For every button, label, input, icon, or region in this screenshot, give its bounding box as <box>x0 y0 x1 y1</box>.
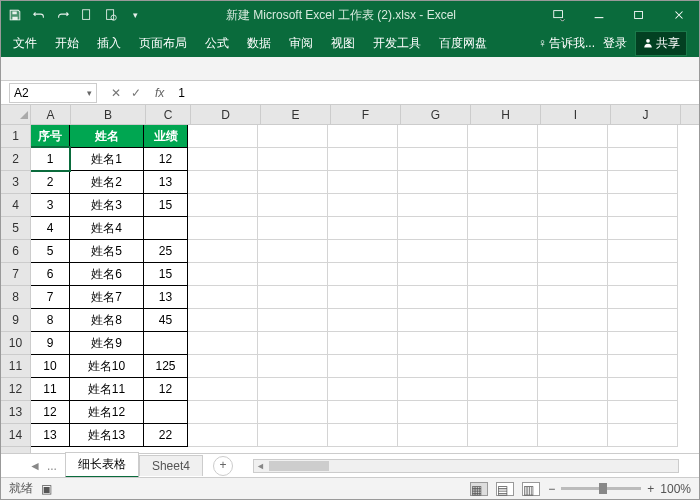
cell[interactable] <box>188 424 258 447</box>
scrollbar-thumb[interactable] <box>269 461 329 471</box>
cell[interactable]: 业绩 <box>143 125 188 148</box>
sheet-nav-prev-icon[interactable]: ◄ <box>29 459 41 473</box>
cell[interactable] <box>328 424 398 447</box>
row-header[interactable]: 2 <box>1 148 30 171</box>
cell[interactable] <box>188 309 258 332</box>
row-header[interactable]: 8 <box>1 286 30 309</box>
cell[interactable]: 15 <box>143 193 188 217</box>
sheet-tab[interactable]: Sheet4 <box>139 455 203 476</box>
cell[interactable]: 姓名7 <box>69 285 144 309</box>
cell[interactable] <box>538 194 608 217</box>
cell[interactable] <box>538 240 608 263</box>
tell-me[interactable]: ♀ 告诉我... <box>538 35 595 52</box>
cell[interactable]: 10 <box>31 354 70 378</box>
cell[interactable]: 12 <box>143 147 188 171</box>
cell[interactable] <box>468 125 538 148</box>
row-header[interactable]: 11 <box>1 355 30 378</box>
cell[interactable]: 45 <box>143 308 188 332</box>
cell[interactable] <box>538 171 608 194</box>
cell[interactable]: 15 <box>143 262 188 286</box>
cell[interactable] <box>468 171 538 194</box>
cell[interactable]: 13 <box>143 170 188 194</box>
scroll-left-icon[interactable]: ◄ <box>254 461 267 471</box>
cell[interactable] <box>398 355 468 378</box>
row-header[interactable]: 14 <box>1 424 30 447</box>
cell[interactable] <box>188 194 258 217</box>
cell[interactable]: 6 <box>31 262 70 286</box>
cell[interactable]: 姓名11 <box>69 377 144 401</box>
cell[interactable] <box>608 148 678 171</box>
cell[interactable] <box>188 332 258 355</box>
cell[interactable] <box>608 217 678 240</box>
cell[interactable] <box>468 240 538 263</box>
cell[interactable] <box>608 125 678 148</box>
page-break-view-icon[interactable]: ▥ <box>522 482 540 496</box>
ribbon-tab-页面布局[interactable]: 页面布局 <box>131 30 195 57</box>
cell[interactable]: 姓名8 <box>69 308 144 332</box>
cell[interactable] <box>538 309 608 332</box>
cell[interactable] <box>468 424 538 447</box>
cell[interactable] <box>328 171 398 194</box>
cell[interactable] <box>143 400 188 424</box>
cell[interactable] <box>398 240 468 263</box>
column-header[interactable]: H <box>471 105 541 124</box>
cell[interactable] <box>328 125 398 148</box>
cell[interactable] <box>608 194 678 217</box>
ribbon-tab-开发工具[interactable]: 开发工具 <box>365 30 429 57</box>
column-header[interactable]: J <box>611 105 681 124</box>
cell[interactable] <box>188 286 258 309</box>
name-box-input[interactable] <box>14 86 64 100</box>
row-header[interactable]: 7 <box>1 263 30 286</box>
new-icon[interactable] <box>79 7 95 23</box>
row-header[interactable]: 3 <box>1 171 30 194</box>
cell[interactable] <box>188 125 258 148</box>
cell[interactable]: 11 <box>31 377 70 401</box>
sheet-tab[interactable]: 细长表格 <box>65 452 139 478</box>
cell[interactable] <box>258 263 328 286</box>
cell[interactable] <box>398 217 468 240</box>
cell[interactable] <box>328 332 398 355</box>
cell[interactable] <box>608 355 678 378</box>
cell[interactable] <box>188 217 258 240</box>
cell[interactable]: 姓名 <box>69 125 144 148</box>
cell[interactable] <box>328 309 398 332</box>
ribbon-tab-开始[interactable]: 开始 <box>47 30 87 57</box>
cell[interactable]: 12 <box>31 400 70 424</box>
cell[interactable]: 姓名10 <box>69 354 144 378</box>
sheet-ellipsis[interactable]: ... <box>47 459 57 473</box>
minimize-icon[interactable] <box>579 1 619 29</box>
cell[interactable]: 25 <box>143 239 188 263</box>
cell[interactable] <box>468 263 538 286</box>
cell[interactable] <box>328 401 398 424</box>
cell[interactable] <box>258 240 328 263</box>
cell[interactable]: 姓名13 <box>69 423 144 447</box>
cell[interactable] <box>328 355 398 378</box>
zoom-in-button[interactable]: + <box>647 482 654 496</box>
cell[interactable]: 2 <box>31 170 70 194</box>
column-header[interactable]: G <box>401 105 471 124</box>
column-header[interactable]: A <box>31 105 71 124</box>
cell[interactable] <box>538 332 608 355</box>
cell[interactable] <box>608 263 678 286</box>
cell[interactable]: 4 <box>31 216 70 240</box>
row-header[interactable]: 6 <box>1 240 30 263</box>
print-preview-icon[interactable] <box>103 7 119 23</box>
row-header[interactable]: 12 <box>1 378 30 401</box>
cell[interactable] <box>608 378 678 401</box>
cell[interactable] <box>328 240 398 263</box>
cell[interactable] <box>398 125 468 148</box>
cell[interactable] <box>328 148 398 171</box>
cell[interactable] <box>258 378 328 401</box>
column-header[interactable]: E <box>261 105 331 124</box>
chevron-down-icon[interactable]: ▾ <box>87 88 92 98</box>
cell[interactable] <box>538 148 608 171</box>
cell[interactable] <box>328 194 398 217</box>
cell[interactable] <box>258 424 328 447</box>
cell[interactable] <box>608 401 678 424</box>
maximize-icon[interactable] <box>619 1 659 29</box>
cell[interactable]: 姓名6 <box>69 262 144 286</box>
cell[interactable]: 序号 <box>31 125 70 148</box>
cell[interactable]: 3 <box>31 193 70 217</box>
page-layout-view-icon[interactable]: ▤ <box>496 482 514 496</box>
ribbon-tab-数据[interactable]: 数据 <box>239 30 279 57</box>
